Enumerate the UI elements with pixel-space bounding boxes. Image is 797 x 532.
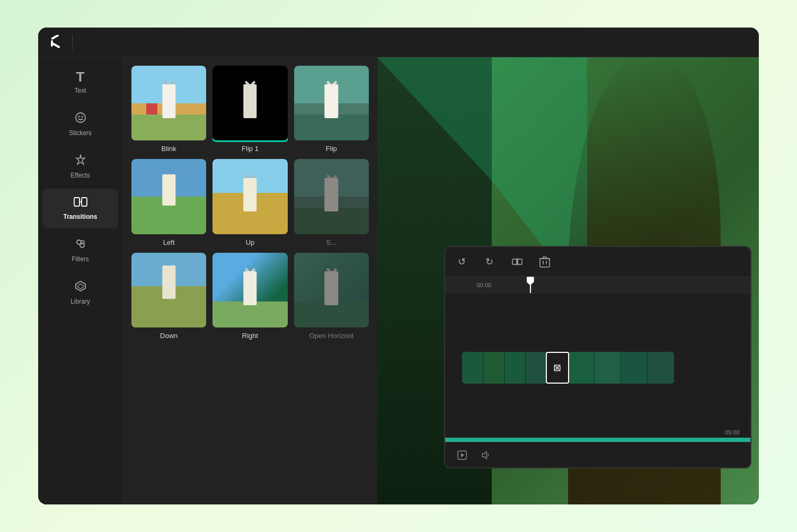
filters-icon (74, 237, 87, 252)
sidebar-item-filters[interactable]: Filters (42, 230, 118, 270)
transition-connector[interactable]: ⊠ (546, 352, 569, 384)
redo-button[interactable]: ↻ (481, 253, 498, 270)
sidebar-label-stickers: Stickers (69, 129, 92, 137)
sidebar-label-text: Text (74, 87, 86, 94)
volume-button[interactable] (477, 447, 494, 464)
sidebar-label-effects: Effects (70, 172, 90, 179)
transition-card-blink[interactable]: ✕ Blink (131, 66, 206, 153)
transition-thumb-swipe: ✕ (294, 159, 369, 234)
transition-name-up: Up (246, 238, 255, 246)
logo-icon[interactable] (47, 33, 66, 52)
sidebar-label-transitions: Transitions (63, 213, 97, 220)
teal-selection-bar (445, 438, 750, 442)
svg-point-5 (81, 116, 83, 118)
transition-thumb-flip1: ✕ (212, 66, 287, 140)
split-button[interactable] (509, 253, 526, 270)
sidebar-item-text[interactable]: T Text (42, 63, 118, 102)
undo-button[interactable]: ↺ (454, 253, 471, 270)
svg-rect-6 (74, 198, 79, 206)
timeline-popup: ↺ ↻ (444, 246, 751, 468)
sidebar-item-stickers[interactable]: Stickers (42, 104, 118, 144)
app-window: T Text Stickers (38, 28, 759, 504)
timeline-ruler: 00:00 (445, 277, 750, 294)
transition-thumb-flip: ✕ (294, 66, 369, 140)
svg-rect-15 (518, 259, 522, 264)
transition-name-flip1: Flip 1 (242, 145, 259, 153)
transition-name-flip: Flip (326, 145, 337, 153)
clip-right[interactable]: 013-1.jpg 00:0 (568, 352, 674, 384)
main-content: T Text Stickers (38, 57, 759, 504)
track-row: 2013-1.jpg 00:0 ⊠ (454, 349, 750, 386)
delete-button[interactable] (536, 253, 553, 270)
transition-thumb-open-horizont: ✕ (294, 253, 369, 327)
transition-name-blink: Blink (162, 145, 176, 153)
transition-connector-icon: ⊠ (553, 362, 561, 374)
svg-rect-1 (52, 42, 60, 48)
stickers-icon (74, 111, 87, 126)
time-marker-right: 05:00 (725, 427, 740, 437)
transition-thumb-down: ✕ (131, 253, 206, 327)
transition-name-left: Left (163, 238, 175, 246)
transitions-grid: ✕ Blink ✕ (123, 57, 377, 348)
play-button[interactable] (454, 447, 471, 464)
preview-area: ↺ ↻ (377, 57, 759, 504)
transition-thumb-up: ✕ (212, 159, 287, 234)
clip-left[interactable]: 2013-1.jpg 00:0 (462, 352, 547, 384)
transition-card-flip[interactable]: ✕ Flip (294, 66, 369, 153)
transition-card-left[interactable]: ✕ Left (131, 159, 206, 246)
transition-card-flip1[interactable]: ✕ Flip 1 (212, 66, 287, 153)
svg-rect-2 (51, 40, 53, 47)
transition-thumb-right: ✕ (212, 253, 287, 327)
sidebar-item-effects[interactable]: Effects (42, 146, 118, 187)
effects-icon (74, 154, 87, 169)
transition-card-up[interactable]: ✕ Up (212, 159, 287, 246)
transition-name-swipe: S... (326, 238, 337, 246)
transition-card-down[interactable]: ✕ Down (131, 253, 206, 340)
svg-rect-7 (82, 198, 87, 206)
timeline-controls-row (445, 442, 750, 467)
header (38, 28, 759, 57)
svg-point-3 (76, 113, 85, 122)
header-divider (72, 35, 73, 50)
playhead-head (527, 277, 534, 285)
transition-name-open-horizont: Open Horizont (309, 332, 353, 340)
transition-thumb-blink: ✕ (131, 66, 206, 140)
sidebar-item-library[interactable]: Library (42, 272, 118, 313)
transition-card-right[interactable]: ✕ Right (212, 253, 287, 340)
svg-rect-14 (512, 259, 517, 264)
transition-name-right: Right (242, 332, 258, 340)
transition-card-swipe[interactable]: ✕ S... (294, 159, 369, 246)
transitions-panel: ✕ Blink ✕ (123, 57, 377, 504)
sidebar-item-transitions[interactable]: Transitions (42, 189, 118, 228)
timeline-toolbar: ↺ ↻ (445, 247, 750, 277)
sidebar-label-library: Library (70, 298, 90, 305)
transitions-icon (74, 196, 87, 210)
library-icon (74, 280, 87, 295)
transition-name-down: Down (160, 332, 178, 340)
timeline-track-area: 2013-1.jpg 00:0 ⊠ (445, 294, 750, 442)
timecode-start: 00:00 (477, 282, 492, 288)
svg-rect-0 (51, 35, 59, 40)
svg-rect-17 (540, 259, 550, 267)
sidebar: T Text Stickers (38, 57, 123, 504)
transition-card-open-horizont[interactable]: ✕ Open Horizont (294, 253, 369, 340)
svg-point-4 (78, 116, 79, 118)
svg-marker-22 (461, 453, 464, 457)
playhead (530, 277, 531, 293)
transition-thumb-left: ✕ (131, 159, 206, 234)
text-icon: T (76, 70, 85, 84)
sidebar-label-filters: Filters (72, 255, 89, 263)
svg-marker-23 (482, 451, 486, 459)
